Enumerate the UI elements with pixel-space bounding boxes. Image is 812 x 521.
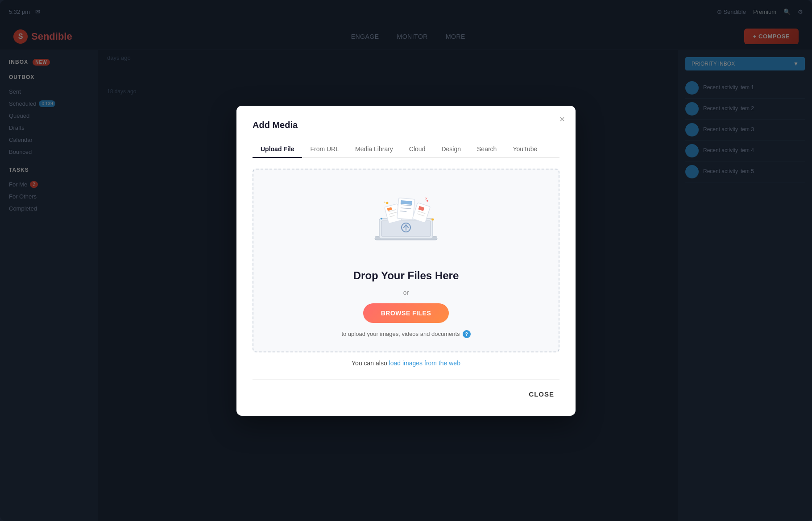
tab-upload-file[interactable]: Upload File [253, 141, 302, 158]
drop-zone: + ✕ + Drop Your Files Here or BROWSE FIL… [253, 169, 559, 352]
tab-cloud[interactable]: Cloud [401, 141, 434, 158]
svg-point-21 [381, 218, 382, 219]
svg-text:+: + [384, 200, 386, 204]
load-images-text: You can also load images from the web [253, 360, 559, 367]
svg-point-19 [386, 202, 389, 204]
modal-tabs: Upload File From URL Media Library Cloud… [253, 141, 559, 158]
modal-overlay: Add Media × Upload File From URL Media L… [0, 0, 812, 521]
upload-illustration: + ✕ + [361, 187, 451, 259]
tab-search[interactable]: Search [469, 141, 505, 158]
browse-files-button[interactable]: BROWSE FILES [363, 303, 449, 323]
help-icon[interactable]: ? [463, 330, 471, 338]
tab-media-library[interactable]: Media Library [347, 141, 401, 158]
modal-title: Add Media [253, 120, 559, 130]
drop-subtitle-text: to upload your images, videos and docume… [341, 330, 470, 338]
tab-design[interactable]: Design [433, 141, 469, 158]
close-button[interactable]: CLOSE [523, 387, 559, 401]
tab-youtube[interactable]: YouTube [505, 141, 545, 158]
add-media-modal: Add Media × Upload File From URL Media L… [236, 106, 576, 416]
svg-text:+: + [430, 217, 432, 221]
tab-from-url[interactable]: From URL [302, 141, 347, 158]
load-images-link[interactable]: load images from the web [389, 360, 460, 367]
svg-text:✕: ✕ [425, 197, 428, 201]
drop-zone-title: Drop Your Files Here [353, 269, 459, 282]
modal-close-button[interactable]: × [559, 115, 565, 124]
modal-footer: CLOSE [253, 379, 559, 401]
drop-or-text: or [403, 289, 409, 296]
